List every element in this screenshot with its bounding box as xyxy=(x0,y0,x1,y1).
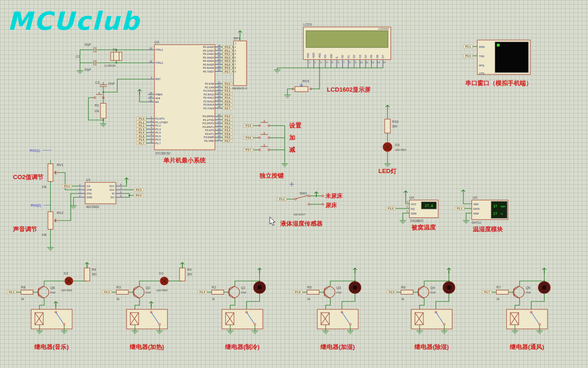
pin-name: RST xyxy=(155,78,161,80)
pin-number: 13 xyxy=(218,124,220,127)
transistor-body xyxy=(228,287,240,298)
pin-number: 11 xyxy=(366,61,368,64)
push-button[interactable] xyxy=(259,144,270,151)
wire-label: P2.6 xyxy=(225,103,230,106)
resistor-value: 1k xyxy=(401,297,405,301)
ground-icon xyxy=(77,69,83,74)
pin-number: 32 xyxy=(218,68,220,71)
reset-button[interactable] xyxy=(94,92,104,99)
led-title: LED灯 xyxy=(379,167,397,174)
switch-lever[interactable] xyxy=(296,195,308,199)
respack: RP1RESPACK-8123456789 xyxy=(233,31,247,90)
relay-module: P1.4R21kQ1PNP继电器(制冷) xyxy=(198,268,266,350)
terminal-cursor-block xyxy=(497,44,500,47)
resistor-body xyxy=(100,103,106,118)
transistor-type: PNP xyxy=(146,291,151,294)
moisture-title: 液体湿度传感器 xyxy=(280,220,323,227)
pin-number: 3 xyxy=(151,123,152,126)
button-actuator[interactable] xyxy=(261,120,268,122)
pin-name: P2.4/A12 xyxy=(203,96,214,99)
terminal-dot xyxy=(268,125,270,127)
pin-name: P1.7 xyxy=(155,142,160,145)
ground-icon xyxy=(227,329,234,334)
sensor-title: 被窝温度 xyxy=(411,224,436,231)
pin-name: RS xyxy=(324,54,327,58)
pin-name: DQ xyxy=(411,207,415,210)
resistor-body xyxy=(212,290,224,294)
wire-label: P0.5 xyxy=(225,63,230,66)
net-tag: RV2(2) xyxy=(31,204,41,207)
wire-label: P0.4 xyxy=(225,60,231,62)
power-icon xyxy=(404,191,408,196)
push-button[interactable] xyxy=(259,132,270,139)
terminal-dot xyxy=(94,97,96,99)
wire xyxy=(123,194,129,197)
pin-name: P2.3/A11 xyxy=(204,93,214,96)
wire-label: P3.0 xyxy=(465,54,471,57)
mcu-min-system: U3STC89C52单片机最小系统XTAL119XTAL218RST9PSEN2… xyxy=(137,40,234,164)
relay-module: P2.1R81kQ6PNPD2LED-REDR9300继电器(音乐) xyxy=(7,262,97,350)
button-actuator[interactable] xyxy=(261,144,268,147)
transistor-body xyxy=(418,287,429,298)
pot-body xyxy=(48,212,53,229)
pin-name: P2.1/A9 xyxy=(205,86,214,89)
ground-icon xyxy=(61,329,67,334)
pin-name: XTAL1 xyxy=(155,48,163,51)
power-icon xyxy=(54,301,58,307)
pin-number: 2 xyxy=(314,61,316,64)
pin-name: P1.6 xyxy=(155,138,160,141)
moisture-sensor: P1.2SW1SW-SPDT未尿床尿床液体湿度传感器 xyxy=(277,191,343,227)
pot-ref: RV3 xyxy=(302,79,309,83)
transistor-ref: Q5 xyxy=(526,286,530,290)
lcd-part: LCD1602 xyxy=(378,27,389,30)
pin-name: P1.3 xyxy=(155,128,160,131)
relay-title: 继电器(除湿) xyxy=(414,343,449,350)
pin-number: 35 xyxy=(218,58,220,61)
resistor-value: 1k xyxy=(116,297,120,301)
power-icon xyxy=(125,178,128,183)
pot-wiper-arrow xyxy=(54,171,60,174)
button-actuator[interactable] xyxy=(96,92,102,94)
pin-number: 2 xyxy=(407,205,408,208)
pot-wiper-arrow xyxy=(54,219,60,222)
pin-name: P2.5/A13 xyxy=(203,100,214,103)
rv3-pot[interactable] xyxy=(295,83,308,92)
sensor-ref: U2 xyxy=(473,195,477,200)
transistor-symbol xyxy=(229,286,235,299)
spdt-switch[interactable] xyxy=(294,195,310,205)
pin-number: 38 xyxy=(218,47,220,50)
transistor-body xyxy=(513,287,524,298)
wire-label: P3.1 xyxy=(465,45,471,48)
ground-icon xyxy=(47,246,54,250)
transistor-type: PNP xyxy=(526,291,531,294)
pin-name: P0.3/AD3 xyxy=(203,56,214,59)
transistor-ref: Q2 xyxy=(146,286,150,290)
ground-icon xyxy=(416,329,423,334)
pin-name: D2 xyxy=(353,55,355,58)
pin-name: D0 xyxy=(341,55,344,58)
wire-label: P1.2 xyxy=(279,198,285,201)
schematic-svg: U3STC89C52单片机最小系统XTAL119XTAL218RST9PSEN2… xyxy=(0,0,588,368)
wire-label: P0.1 xyxy=(225,49,230,52)
push-button[interactable] xyxy=(259,120,270,127)
crystal-value: 11.0592M xyxy=(104,64,115,67)
pin-number: 7 xyxy=(120,187,121,190)
wire-label: P3.2 xyxy=(225,122,230,125)
ground-icon xyxy=(100,122,107,127)
pin-number: 22 xyxy=(218,84,220,87)
ground-icon xyxy=(384,162,391,167)
led-part: LED-RED xyxy=(61,289,72,292)
led-part: LED-RED xyxy=(395,148,406,151)
pin-name: P1.5 xyxy=(155,135,160,138)
resistor-value: 300 xyxy=(392,125,397,128)
wire-label: P3.5 xyxy=(246,124,251,127)
pin-name: P2.6/A14 xyxy=(203,103,214,106)
pin-number: 8 xyxy=(234,67,236,69)
resistor-value: 1k xyxy=(307,297,311,301)
button-actuator[interactable] xyxy=(261,132,268,134)
pin-number: 12 xyxy=(218,120,220,123)
pin-name: DO xyxy=(111,196,115,199)
wire xyxy=(311,68,320,89)
pin-number: 7 xyxy=(151,137,152,140)
pin-number: 7 xyxy=(343,61,345,64)
